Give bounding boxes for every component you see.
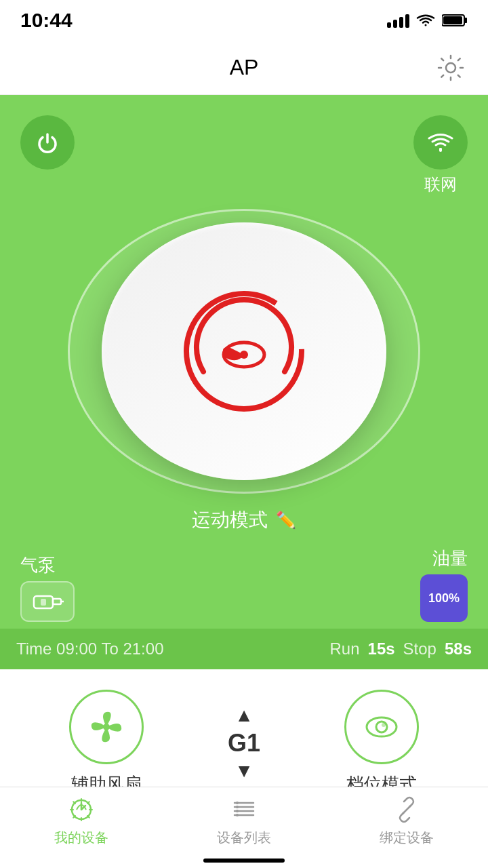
settings-button[interactable] [434, 51, 468, 85]
tab-device-list-label: 设备列表 [217, 829, 271, 847]
mode-label: 运动模式 ✏️ [20, 507, 468, 533]
oil-percent: 100% [428, 591, 460, 606]
pump-icon [30, 589, 65, 614]
status-time: 10:44 [20, 9, 73, 32]
main-area: 联网 运动模式 [0, 95, 488, 629]
stop-label: Stop [403, 639, 436, 658]
outer-oval [68, 209, 420, 494]
gear-value: G1 [228, 729, 260, 757]
timer-bar: Time 09:00 To 21:00 Run 15s Stop 58s [0, 629, 488, 669]
wifi-label: 联网 [424, 174, 457, 195]
pump-label: 气泵 [20, 553, 56, 577]
inner-circle[interactable] [102, 222, 386, 480]
gear-mode-circle [344, 690, 419, 764]
oil-section: 油量 100% [420, 547, 468, 622]
power-icon [34, 129, 61, 156]
run-value: 15s [368, 639, 395, 658]
gear-mode-icon [361, 707, 402, 747]
signal-icon [387, 13, 409, 28]
edit-icon[interactable]: ✏️ [276, 511, 296, 530]
nav-title: AP [230, 55, 259, 80]
svg-point-13 [376, 722, 387, 732]
nav-bar: AP [0, 41, 488, 95]
fan-circle [69, 690, 144, 764]
status-icons [387, 13, 468, 28]
tab-device-list-icon [229, 795, 259, 825]
wifi-connect-button[interactable] [413, 115, 468, 170]
wifi-signal-icon [426, 130, 455, 155]
run-label: Run [330, 639, 360, 658]
fan-icon [86, 707, 127, 747]
gear-selector: ▲ G1 ▼ [228, 706, 260, 781]
battery-icon [442, 13, 468, 28]
tab-bind-device[interactable]: 绑定设备 [380, 795, 434, 847]
gear-mode-control[interactable]: 档位模式 [344, 690, 419, 796]
tab-my-device[interactable]: 我的设备 [54, 795, 108, 847]
svg-point-11 [103, 724, 110, 730]
svg-point-14 [382, 723, 386, 727]
timer-controls: Run 15s Stop 58s [330, 639, 472, 658]
pump-section: 气泵 [20, 553, 75, 622]
home-indicator [203, 859, 285, 863]
svg-rect-1 [464, 18, 467, 23]
svg-point-22 [236, 810, 239, 812]
gear-up-button[interactable]: ▲ [235, 706, 253, 725]
wifi-icon [416, 13, 435, 28]
timer-time-range: Time 09:00 To 21:00 [16, 639, 317, 658]
tab-bind-device-icon [392, 795, 422, 825]
gauge-icon [169, 277, 319, 426]
gear-down-button[interactable]: ▼ [235, 762, 253, 781]
info-row: 气泵 油量 100% [20, 547, 468, 629]
status-bar: 10:44 [0, 0, 488, 41]
svg-rect-2 [443, 16, 462, 24]
tab-bind-device-label: 绑定设备 [380, 829, 434, 847]
stop-value: 58s [445, 639, 472, 658]
fan-control[interactable]: 辅助风扇 [69, 690, 144, 796]
tab-my-device-label: 我的设备 [54, 829, 108, 847]
pump-icon-box[interactable] [20, 581, 75, 622]
top-buttons: 联网 [20, 115, 468, 195]
mode-text: 运动模式 [192, 507, 268, 533]
oil-label: 油量 [432, 547, 468, 570]
power-button[interactable] [20, 115, 75, 170]
svg-point-23 [236, 814, 239, 816]
tab-device-list[interactable]: 设备列表 [217, 795, 271, 847]
svg-rect-9 [53, 599, 61, 604]
tab-bar: 我的设备 设备列表 绑定设备 [0, 787, 488, 868]
gauge-container [20, 209, 468, 494]
svg-point-6 [240, 351, 248, 359]
gear-icon [436, 53, 466, 83]
wifi-btn-container: 联网 [413, 115, 468, 195]
svg-rect-8 [41, 599, 46, 606]
svg-point-21 [236, 806, 239, 808]
svg-point-20 [236, 802, 239, 804]
tab-my-device-icon [66, 795, 96, 825]
svg-line-24 [403, 806, 411, 814]
oil-icon-box: 100% [420, 574, 468, 622]
svg-point-3 [446, 63, 455, 73]
svg-point-12 [367, 717, 396, 736]
